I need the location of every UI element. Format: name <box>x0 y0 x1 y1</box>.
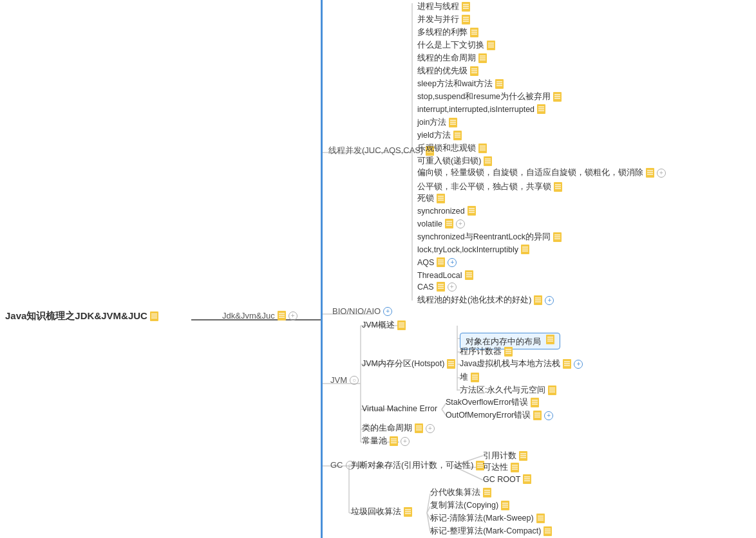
node-fair[interactable]: 公平锁，非公平锁，独占锁，共享锁 <box>417 181 562 192</box>
node-cas[interactable]: CAS + <box>417 282 457 292</box>
label-optimistic: 乐观锁和悲观锁 <box>417 143 476 154</box>
node-bingfa[interactable]: 并发与并行 <box>417 14 470 25</box>
node-mark-sweep[interactable]: 标记-清除算法(Mark-Sweep) <box>430 513 545 524</box>
node-copying[interactable]: 复制算法(Copying) <box>430 500 509 511</box>
node-sleep[interactable]: sleep方法和wait方法 <box>417 79 504 89</box>
node-generation[interactable]: 分代收集算法 <box>430 487 491 498</box>
node-interrupt[interactable]: interrupt,interrupted,isInterrupted <box>417 104 545 114</box>
label-stackoverflow: StakOverflowError错误 <box>446 397 528 408</box>
mid-jvm[interactable]: JVM ○ <box>330 375 359 385</box>
node-stackoverflow[interactable]: StakOverflowError错误 <box>446 397 539 408</box>
doc-yield <box>453 131 462 140</box>
node-lifecycle[interactable]: 线程的生命周期 <box>417 53 487 64</box>
label-libi: 多线程的利弊 <box>417 27 468 38</box>
node-method-area[interactable]: 方法区:永久代与元空间 <box>460 385 556 396</box>
node-jvm-memory[interactable]: JVM内存分区(Hotspot) <box>362 358 455 369</box>
node-threadlocal[interactable]: ThreadLocal <box>417 270 473 280</box>
node-threadpool[interactable]: 线程池的好处(池化技术的好处) + <box>417 295 554 306</box>
bio-plus-btn[interactable]: + <box>383 307 392 316</box>
node-volatile[interactable]: volatile + <box>417 219 465 228</box>
label-stop: stop,suspend和resume为什么被弃用 <box>417 91 551 102</box>
node-jvm-overview[interactable]: JVM概述 <box>362 320 406 331</box>
volatile-plus-btn[interactable]: + <box>456 219 465 228</box>
doc-reentrant <box>484 156 492 166</box>
node-class-lifecycle[interactable]: 类的生命周期 + <box>362 423 435 434</box>
node-lock[interactable]: lock,tryLock,lockInterruptibly <box>417 245 529 254</box>
doc-stackoverflow <box>531 398 539 407</box>
aqs-plus-btn[interactable]: + <box>448 258 457 267</box>
node-gc-root[interactable]: GC ROOT <box>483 474 531 484</box>
doc-heap <box>471 373 479 382</box>
jdk-label: Jdk&Jvm&Juc <box>222 311 275 320</box>
label-join: join方法 <box>417 117 446 128</box>
node-mark-compact[interactable]: 标记-整理算法(Mark-Compact) <box>430 526 552 537</box>
node-jincheng[interactable]: 进程与线程 <box>417 1 470 12</box>
node-stop[interactable]: stop,suspend和resume为什么被弃用 <box>417 91 562 102</box>
main-vertical-line <box>321 0 323 538</box>
node-biased[interactable]: 偏向锁，轻量级锁，自旋锁，自适应自旋锁，锁粗化，锁消除 + <box>417 167 666 178</box>
label-yield: yield方法 <box>417 130 451 141</box>
constant-pool-plus-btn[interactable]: + <box>401 437 410 446</box>
doc-reachability <box>511 463 519 472</box>
threadpool-plus-btn[interactable]: + <box>545 296 554 305</box>
node-synchronized[interactable]: synchronized <box>417 206 476 216</box>
node-optimistic[interactable]: 乐观锁和悲观锁 <box>417 143 487 154</box>
node-reentrant[interactable]: 可重入锁(递归锁) <box>417 156 492 167</box>
jvm-stack-plus-btn[interactable]: + <box>574 360 583 369</box>
class-lifecycle-plus-btn[interactable]: + <box>426 424 435 433</box>
node-gc-judge[interactable]: 判断对象存活(引用计数，可达性) <box>351 460 484 471</box>
doc-gc-algo <box>404 507 412 517</box>
node-vm-error[interactable]: Virtual Machine Error <box>362 404 448 413</box>
label-generation: 分代收集算法 <box>430 487 480 498</box>
doc-context <box>487 41 495 50</box>
node-sync-reentrant[interactable]: synchronized与ReentrantLock的异同 <box>417 232 562 243</box>
mid-bio[interactable]: BIO/NIO/AIO + <box>332 306 392 316</box>
node-jvm-stack[interactable]: Java虚拟机栈与本地方法栈 + <box>460 358 583 369</box>
node-oom[interactable]: OutOfMemoryError错误 + <box>446 410 553 421</box>
jdk-plus-btn[interactable]: + <box>288 311 298 320</box>
doc-biased <box>646 168 654 178</box>
doc-sleep <box>495 79 504 89</box>
node-libi[interactable]: 多线程的利弊 <box>417 27 478 38</box>
node-aqs[interactable]: AQS + <box>417 257 457 267</box>
node-context[interactable]: 什么是上下文切换 <box>417 40 495 51</box>
label-jvm-overview: JVM概述 <box>362 320 395 331</box>
root-label: Java知识梳理之JDK&JVM&JUC <box>5 310 147 322</box>
node-gc-algo[interactable]: 垃圾回收算法 <box>351 506 412 517</box>
jvm-label: JVM <box>330 375 347 385</box>
node-deadlock[interactable]: 死锁 <box>417 193 445 204</box>
jdk-doc-icon <box>278 311 286 320</box>
doc-jincheng <box>462 2 470 12</box>
label-copying: 复制算法(Copying) <box>430 500 498 511</box>
label-oom: OutOfMemoryError错误 <box>446 410 531 421</box>
cas-plus-btn[interactable]: + <box>448 283 457 292</box>
node-prog-counter[interactable]: 程序计数器 <box>460 346 513 357</box>
label-reachability: 可达性 <box>483 462 508 473</box>
label-cas: CAS <box>417 283 434 292</box>
jvm-circle-btn[interactable]: ○ <box>350 376 359 385</box>
node-constant-pool[interactable]: 常量池 + <box>362 436 410 447</box>
label-volatile: volatile <box>417 219 442 228</box>
doc-cas <box>437 282 445 292</box>
doc-interrupt <box>537 104 545 114</box>
node-ref-count[interactable]: 引用计数 <box>483 450 527 461</box>
doc-class-lifecycle <box>415 423 423 433</box>
mid-jdk[interactable]: Jdk&Jvm&Juc + <box>222 311 298 320</box>
biased-plus-btn[interactable]: + <box>657 169 666 178</box>
label-prog-counter: 程序计数器 <box>460 346 502 357</box>
node-join[interactable]: join方法 <box>417 117 457 128</box>
label-gc-algo: 垃圾回收算法 <box>351 506 401 517</box>
mindmap-container: Java知识梳理之JDK&JVM&JUC Jdk&Jvm&Juc + 线程并发(… <box>0 0 756 538</box>
label-method-area: 方法区:永久代与元空间 <box>460 385 545 396</box>
oom-plus-btn[interactable]: + <box>544 411 553 420</box>
node-yield[interactable]: yield方法 <box>417 130 462 141</box>
node-reachability[interactable]: 可达性 <box>483 462 519 473</box>
label-constant-pool: 常量池 <box>362 436 387 447</box>
doc-oom <box>533 411 542 420</box>
root-doc-icon <box>150 311 158 321</box>
concurrent-label: 线程并发(JUC,AQS,CAS) <box>328 145 423 156</box>
node-heap[interactable]: 堆 <box>460 372 479 383</box>
doc-mark-sweep <box>536 514 545 523</box>
node-priority[interactable]: 线程的优先级 <box>417 66 478 77</box>
label-gc-root: GC ROOT <box>483 475 520 484</box>
